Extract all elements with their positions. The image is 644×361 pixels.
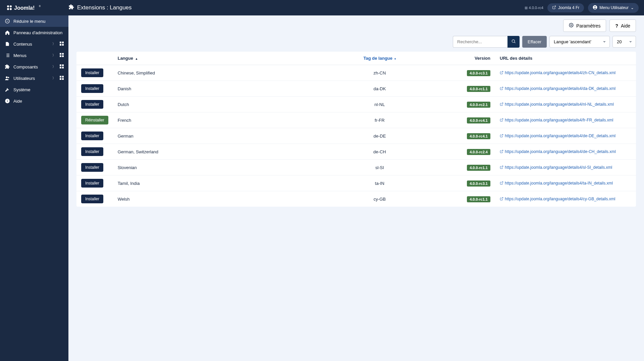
th-action	[76, 52, 113, 65]
version-badge: 4.0.0-rc1.1	[467, 86, 490, 92]
toolbar: Paramètres ? Aide	[68, 15, 644, 36]
install-button[interactable]: Installer	[81, 147, 103, 156]
details-url-link[interactable]: https://update.joomla.org/language/detai…	[500, 86, 615, 91]
search-input[interactable]	[453, 36, 507, 48]
search-button[interactable]	[507, 36, 520, 48]
details-url-link[interactable]: https://update.joomla.org/language/detai…	[500, 197, 615, 201]
user-menu-label: Menu Utilisateur	[599, 5, 629, 10]
svg-rect-19	[60, 67, 61, 68]
details-url-link[interactable]: https://update.joomla.org/language/detai…	[500, 70, 615, 75]
language-name: German	[113, 128, 301, 144]
th-language[interactable]: Langue ▲	[113, 52, 301, 65]
install-button[interactable]: Installer	[81, 163, 103, 172]
topbar-right: ⊞ 4.0.0-rc4 Joomla 4 Fr Menu Utilisateur…	[525, 3, 639, 13]
external-link-icon	[500, 165, 503, 170]
help-label: Aide	[621, 23, 630, 29]
external-link-icon	[552, 5, 556, 10]
svg-rect-15	[60, 55, 61, 57]
chevron-right-icon: 〉	[52, 53, 56, 58]
version-tag[interactable]: ⊞ 4.0.0-rc4	[525, 6, 543, 10]
chevron-right-icon: 〉	[52, 76, 56, 81]
search-icon	[511, 40, 516, 45]
th-version-label: Version	[475, 56, 490, 61]
info-icon: i	[5, 98, 10, 104]
sort-icon: ♦	[394, 57, 396, 60]
dashboard-grid-icon[interactable]	[60, 64, 64, 69]
sidebar-item-panneau-d-administration[interactable]: Panneau d'administration	[0, 27, 68, 38]
sidebar-item-label: Aide	[13, 99, 22, 104]
language-name: French	[113, 112, 301, 128]
language-name: Slovenian	[113, 160, 301, 175]
main: Paramètres ? Aide Effacer	[68, 15, 644, 361]
joomla-logo-icon: Joomla! ®	[5, 4, 42, 12]
svg-point-21	[6, 76, 7, 78]
dashboard-grid-icon[interactable]	[60, 76, 64, 81]
details-url-link[interactable]: https://update.joomla.org/language/detai…	[500, 102, 614, 107]
user-circle-icon	[593, 5, 597, 11]
svg-point-0	[7, 5, 9, 7]
table-row: InstallerGerman, Switzerlandde-CH4.0.0-r…	[76, 144, 636, 160]
external-link-icon	[500, 150, 503, 154]
sidebar-item-r-duire-le-menu[interactable]: Réduire le menu	[0, 15, 68, 27]
gear-icon	[569, 23, 574, 29]
sort-select[interactable]: Langue 'ascendant'	[549, 36, 610, 48]
table-row: InstallerChinese, Simplifiedzh-CN4.0.0-r…	[76, 65, 636, 81]
options-label: Paramètres	[576, 23, 600, 29]
puzzle-icon	[5, 64, 10, 69]
details-url-link[interactable]: https://update.joomla.org/language/detai…	[500, 134, 615, 138]
install-button[interactable]: Installer	[81, 195, 103, 203]
limit-select[interactable]: 20	[612, 36, 636, 48]
dashboard-grid-icon[interactable]	[60, 53, 64, 58]
user-menu-button[interactable]: Menu Utilisateur ⌄	[588, 3, 639, 13]
sidebar-item-utilisateurs[interactable]: Utilisateurs〉	[0, 72, 68, 84]
help-button[interactable]: ? Aide	[609, 19, 636, 32]
svg-rect-24	[62, 76, 64, 78]
caret-up-icon: ▲	[135, 57, 138, 60]
options-button[interactable]: Paramètres	[563, 19, 606, 32]
svg-rect-11	[60, 44, 61, 46]
sidebar-item-composants[interactable]: Composants〉	[0, 61, 68, 72]
version-badge: 4.0.0-rc3.1	[467, 180, 490, 187]
table-card: Langue ▲ Tag de langue ♦ Version	[76, 52, 636, 207]
details-url-link[interactable]: https://update.joomla.org/language/detai…	[500, 118, 613, 122]
details-url-link[interactable]: https://update.joomla.org/language/detai…	[500, 165, 612, 170]
version-badge: 4.0.0-rc4.1	[467, 133, 490, 139]
clear-button[interactable]: Effacer	[522, 36, 547, 48]
home-icon	[5, 30, 10, 35]
sidebar-item-menus[interactable]: Menus〉	[0, 50, 68, 61]
install-button[interactable]: Installer	[81, 100, 103, 109]
svg-point-2	[7, 8, 9, 10]
version-badge: 4.0.0-rc3.1	[467, 70, 490, 76]
version-badge: 4.0.0-rc1.1	[467, 196, 490, 202]
external-link-icon	[500, 102, 503, 107]
install-button[interactable]: Installer	[81, 84, 103, 93]
sidebar-item-contenus[interactable]: Contenus〉	[0, 38, 68, 50]
svg-rect-16	[62, 55, 64, 57]
language-name: German, Switzerland	[113, 144, 301, 160]
language-tag: fr-FR	[301, 112, 458, 128]
language-tag: nl-NL	[301, 97, 458, 112]
users-icon	[5, 75, 10, 81]
svg-rect-26	[62, 78, 64, 80]
install-button[interactable]: Installer	[81, 179, 103, 188]
joomla-small-icon: ⊞	[525, 6, 528, 10]
table-row: InstallerDanishda-DK4.0.0-rc1.1https://u…	[76, 81, 636, 97]
sidebar-item-syst-me[interactable]: Système	[0, 84, 68, 95]
th-tag[interactable]: Tag de langue ♦	[301, 52, 458, 65]
chevron-right-icon: 〉	[52, 42, 56, 46]
reinstall-button[interactable]: Réinstaller	[81, 116, 108, 124]
external-link-icon	[500, 71, 503, 75]
sidebar-item-label: Réduire le menu	[13, 19, 45, 24]
table-row: InstallerGermande-DE4.0.0-rc4.1https://u…	[76, 128, 636, 144]
install-button[interactable]: Installer	[81, 132, 103, 140]
install-button[interactable]: Installer	[81, 68, 103, 77]
version-badge: 4.0.0-rc2.4	[467, 149, 490, 155]
svg-rect-25	[60, 78, 61, 80]
chevron-right-icon: 〉	[52, 64, 56, 69]
details-url-link[interactable]: https://update.joomla.org/language/detai…	[500, 181, 613, 186]
sidebar-item-aide[interactable]: iAide	[0, 95, 68, 107]
open-site-button[interactable]: Joomla 4 Fr	[547, 3, 584, 12]
logo[interactable]: Joomla! ®	[5, 4, 68, 12]
details-url-link[interactable]: https://update.joomla.org/language/detai…	[500, 149, 616, 154]
dashboard-grid-icon[interactable]	[60, 42, 64, 47]
